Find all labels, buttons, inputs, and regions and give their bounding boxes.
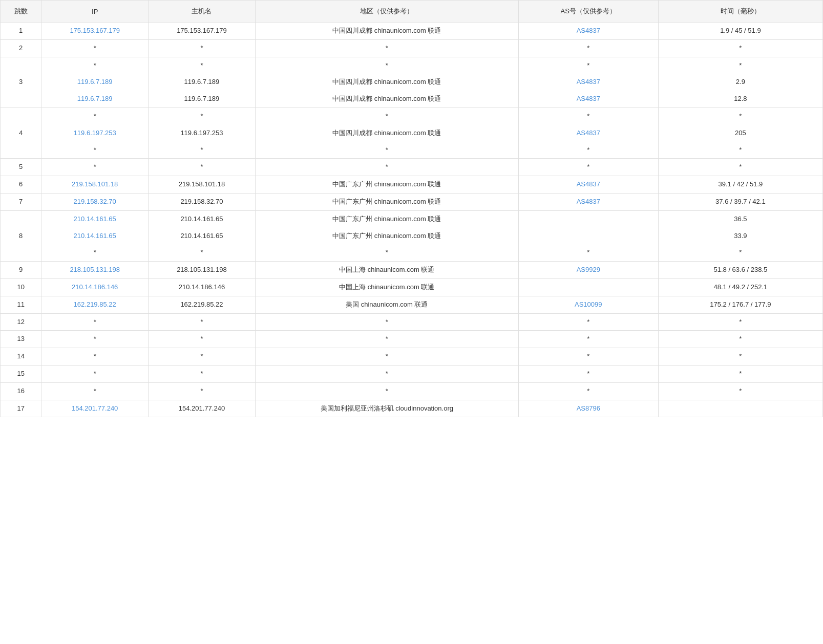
- cell-ip: *: [41, 244, 149, 261]
- cell-as[interactable]: AS4837: [518, 74, 658, 91]
- cell-as: *: [518, 108, 658, 124]
- table-row: 2*****: [1, 39, 823, 57]
- cell-hop: 2: [1, 39, 41, 57]
- table-row: 13*****: [1, 331, 823, 348]
- ip-link[interactable]: 219.158.101.18: [72, 180, 118, 188]
- cell-hostname: *: [149, 142, 256, 159]
- cell-region: 中国四川成都 chinaunicom.com 联通: [255, 91, 518, 108]
- cell-hostname: 162.219.85.22: [149, 296, 256, 313]
- header-hop: 跳数: [1, 1, 41, 23]
- as-link[interactable]: AS4837: [577, 95, 600, 102]
- ip-link[interactable]: 119.6.197.253: [74, 129, 116, 137]
- cell-hostname: 154.201.77.240: [149, 400, 256, 417]
- cell-hop: 12: [1, 313, 41, 331]
- as-link[interactable]: AS4837: [577, 180, 600, 188]
- cell-time: *: [658, 39, 822, 57]
- cell-hostname: 119.6.197.253: [149, 125, 256, 142]
- cell-as: *: [518, 382, 658, 400]
- cell-hop: 16: [1, 382, 41, 400]
- header-as: AS号（仅供参考）: [518, 1, 658, 23]
- cell-time: *: [658, 57, 822, 74]
- cell-hostname: 175.153.167.179: [149, 23, 256, 40]
- cell-ip[interactable]: 218.105.131.198: [41, 262, 149, 279]
- cell-hostname: *: [149, 365, 256, 382]
- cell-time: *: [658, 159, 822, 176]
- cell-as[interactable]: AS4837: [518, 193, 658, 210]
- cell-ip[interactable]: 210.14.161.65: [41, 210, 149, 227]
- cell-as: [518, 210, 658, 227]
- cell-hop: 13: [1, 331, 41, 348]
- cell-time: 37.6 / 39.7 / 42.1: [658, 193, 822, 210]
- ip-link[interactable]: 154.201.77.240: [72, 404, 118, 412]
- cell-region: *: [255, 382, 518, 400]
- ip-link[interactable]: 162.219.85.22: [74, 300, 116, 308]
- table-row: 210.14.161.65210.14.161.65中国广东广州 chinaun…: [1, 228, 823, 245]
- as-link[interactable]: AS4837: [577, 78, 600, 85]
- table-row: 119.6.7.189119.6.7.189中国四川成都 chinaunicom…: [1, 91, 823, 108]
- cell-time: *: [658, 331, 822, 348]
- cell-time: [658, 400, 822, 417]
- cell-ip[interactable]: 162.219.85.22: [41, 296, 149, 313]
- cell-as[interactable]: AS4837: [518, 91, 658, 108]
- cell-ip[interactable]: 119.6.7.189: [41, 74, 149, 91]
- ip-link[interactable]: 119.6.7.189: [77, 95, 113, 102]
- as-link[interactable]: AS4837: [577, 27, 600, 34]
- cell-hop: 17: [1, 400, 41, 417]
- as-link[interactable]: AS4837: [577, 129, 600, 137]
- cell-ip: *: [41, 57, 149, 74]
- cell-region: *: [255, 108, 518, 124]
- cell-as[interactable]: AS4837: [518, 23, 658, 40]
- cell-ip: *: [41, 313, 149, 331]
- cell-hostname: *: [149, 159, 256, 176]
- cell-ip[interactable]: 119.6.7.189: [41, 91, 149, 108]
- as-link[interactable]: AS9929: [577, 266, 600, 273]
- cell-hop: 15: [1, 365, 41, 382]
- ip-link[interactable]: 175.153.167.179: [70, 27, 120, 34]
- cell-region: *: [255, 159, 518, 176]
- ip-link[interactable]: 210.14.161.65: [74, 232, 116, 240]
- cell-time: 175.2 / 176.7 / 177.9: [658, 296, 822, 313]
- cell-ip[interactable]: 175.153.167.179: [41, 23, 149, 40]
- cell-time: 33.9: [658, 228, 822, 245]
- cell-ip[interactable]: 219.158.101.18: [41, 176, 149, 194]
- cell-as[interactable]: AS4837: [518, 176, 658, 194]
- cell-hostname: 210.14.161.65: [149, 228, 256, 245]
- cell-time: 51.8 / 63.6 / 238.5: [658, 262, 822, 279]
- cell-region: 中国上海 chinaunicom.com 联通: [255, 278, 518, 296]
- cell-time: *: [658, 365, 822, 382]
- cell-ip[interactable]: 210.14.186.146: [41, 278, 149, 296]
- ip-link[interactable]: 210.14.161.65: [74, 215, 116, 223]
- cell-ip[interactable]: 219.158.32.70: [41, 193, 149, 210]
- cell-as[interactable]: AS9929: [518, 262, 658, 279]
- as-link[interactable]: AS8796: [577, 404, 600, 412]
- table-row: 3*****: [1, 57, 823, 74]
- as-link[interactable]: AS10099: [575, 300, 602, 308]
- cell-ip: *: [41, 365, 149, 382]
- header-time: 时间（毫秒）: [658, 1, 822, 23]
- table-row: 17154.201.77.240154.201.77.240美国加利福尼亚州洛杉…: [1, 400, 823, 417]
- cell-ip[interactable]: 210.14.161.65: [41, 228, 149, 245]
- cell-time: 205: [658, 125, 822, 142]
- cell-region: *: [255, 331, 518, 348]
- cell-ip[interactable]: 154.201.77.240: [41, 400, 149, 417]
- cell-as: *: [518, 142, 658, 159]
- cell-ip[interactable]: 119.6.197.253: [41, 125, 149, 142]
- cell-time: *: [658, 108, 822, 124]
- ip-link[interactable]: 119.6.7.189: [77, 78, 113, 85]
- cell-time: *: [658, 348, 822, 366]
- cell-time: 12.8: [658, 91, 822, 108]
- cell-as[interactable]: AS10099: [518, 296, 658, 313]
- cell-region: *: [255, 365, 518, 382]
- table-body: 1175.153.167.179175.153.167.179中国四川成都 ch…: [1, 23, 823, 417]
- cell-as[interactable]: AS8796: [518, 400, 658, 417]
- ip-link[interactable]: 218.105.131.198: [70, 266, 120, 273]
- header-hostname: 主机名: [149, 1, 256, 23]
- ip-link[interactable]: 219.158.32.70: [74, 198, 116, 205]
- table-row: 5*****: [1, 159, 823, 176]
- cell-as[interactable]: AS4837: [518, 125, 658, 142]
- table-row: 1175.153.167.179175.153.167.179中国四川成都 ch…: [1, 23, 823, 40]
- cell-region: 中国四川成都 chinaunicom.com 联通: [255, 74, 518, 91]
- ip-link[interactable]: 210.14.186.146: [72, 283, 118, 291]
- as-link[interactable]: AS4837: [577, 198, 600, 205]
- cell-time: *: [658, 244, 822, 261]
